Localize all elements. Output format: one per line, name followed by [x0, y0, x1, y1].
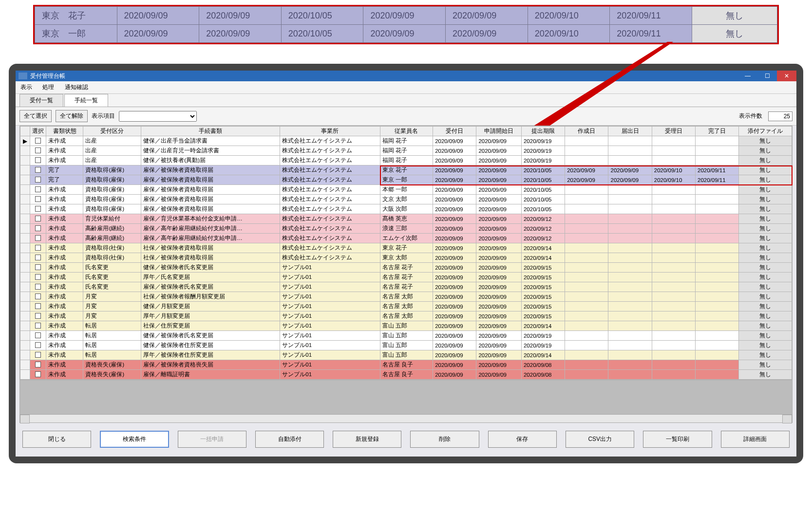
row-checkbox[interactable] [30, 360, 46, 370]
table-row[interactable]: 未作成出産健保／出産育児一時金請求書株式会社エムケイシステム福岡 花子2020/… [20, 146, 792, 156]
row-checkbox[interactable] [30, 311, 46, 321]
column-header[interactable]: 書類状態 [46, 127, 83, 136]
tab-reception-list[interactable]: 受付一覧 [19, 94, 63, 107]
column-header[interactable]: 事業所 [280, 127, 380, 136]
column-header[interactable]: 手続書類 [141, 127, 280, 136]
cmd-csv[interactable]: CSV出力 [566, 431, 634, 448]
attachment-button[interactable]: 無し [739, 146, 792, 156]
row-checkbox[interactable] [30, 136, 46, 146]
table-row[interactable]: 未作成資格取得(雇保)雇保／被保険者資格取得届株式会社エムケイシステム文京 太郎… [20, 195, 792, 204]
attachment-button[interactable]: 無し [739, 253, 792, 263]
row-checkbox[interactable] [30, 224, 46, 234]
table-row[interactable]: 未作成資格喪失(雇保)雇保／被保険者資格喪失届サンプル01名古屋 良子2020/… [20, 360, 792, 370]
column-header[interactable]: 完了日 [696, 127, 739, 136]
table-row[interactable]: ▶未作成出産健保／出産手当金請求書株式会社エムケイシステム福岡 花子2020/0… [20, 136, 792, 146]
table-row[interactable]: 未作成氏名変更健保／被保険者氏名変更届サンプル01名古屋 花子2020/09/0… [20, 263, 792, 273]
table-row[interactable]: 未作成氏名変更雇保／被保険者氏名変更届サンプル01名古屋 花子2020/09/0… [20, 282, 792, 292]
table-row[interactable]: 未作成資格取得(社保)社保／被保険者資格取得届株式会社エムケイシステム東京 花子… [20, 243, 792, 253]
cmd-auto[interactable]: 自動添付 [255, 431, 324, 448]
row-checkbox[interactable] [30, 321, 46, 331]
callout-attach-button[interactable]: 無し [692, 7, 777, 25]
table-row[interactable]: 未作成高齢雇用(継続)雇保／高年齢雇用継続給付支給申請…株式会社エムケイシステム… [20, 234, 792, 243]
row-checkbox[interactable] [30, 341, 46, 350]
attachment-button[interactable]: 無し [739, 234, 792, 243]
table-row[interactable]: 未作成出産健保／被扶養者(異動)届株式会社エムケイシステム福岡 花子2020/0… [20, 156, 792, 165]
row-checkbox[interactable] [30, 243, 46, 253]
display-items-select[interactable] [119, 111, 197, 122]
cmd-delete[interactable]: 削除 [410, 431, 479, 448]
attachment-button[interactable]: 無し [739, 175, 792, 185]
table-row[interactable]: 未作成転居健保／被保険者氏名変更届サンプル01富山 五郎2020/09/0920… [20, 331, 792, 341]
table-row[interactable]: 完了資格取得(雇保)雇保／被保険者資格取得届株式会社エムケイシステム東京 一郎2… [20, 175, 792, 185]
close-button[interactable]: ✕ [777, 71, 796, 81]
column-header[interactable]: 受付区分 [83, 127, 141, 136]
data-grid[interactable]: 選択書類状態受付区分手続書類事業所従業員名受付日申請開始日提出期限作成日届出日受… [20, 126, 792, 380]
attachment-button[interactable]: 無し [739, 331, 792, 341]
cmd-close[interactable]: 閉じる [22, 431, 91, 448]
table-row[interactable]: 未作成転居厚年／被保険者住所変更届サンプル01富山 五郎2020/09/0920… [20, 350, 792, 360]
attachment-button[interactable]: 無し [739, 302, 792, 311]
column-header[interactable]: 受付日 [433, 127, 476, 136]
row-checkbox[interactable] [30, 175, 46, 185]
attachment-button[interactable]: 無し [739, 165, 792, 175]
cmd-search[interactable]: 検索条件 [100, 431, 169, 448]
column-header[interactable]: 受理日 [652, 127, 695, 136]
attachment-button[interactable]: 無し [739, 204, 792, 214]
attachment-button[interactable]: 無し [739, 214, 792, 224]
callout-attach-button[interactable]: 無し [692, 25, 777, 43]
cmd-detail[interactable]: 詳細画面 [721, 431, 790, 448]
table-row[interactable]: 未作成資格喪失(雇保)雇保／離職証明書サンプル01名古屋 良子2020/09/0… [20, 370, 792, 380]
maximize-button[interactable]: ☐ [757, 71, 777, 81]
table-row[interactable]: 未作成月変社保／被保険者報酬月額変更届サンプル01名古屋 太郎2020/09/0… [20, 292, 792, 302]
cmd-save[interactable]: 保存 [488, 431, 557, 448]
cmd-new[interactable]: 新規登録 [333, 431, 401, 448]
column-header[interactable]: 選択 [30, 127, 46, 136]
row-checkbox[interactable] [30, 253, 46, 263]
attachment-button[interactable]: 無し [739, 370, 792, 380]
row-checkbox[interactable] [30, 146, 46, 156]
column-header[interactable] [20, 127, 30, 136]
column-header[interactable]: 届出日 [608, 127, 652, 136]
table-row[interactable]: 未作成月変厚年／月額変更届サンプル01名古屋 太郎2020/09/092020/… [20, 311, 792, 321]
attachment-button[interactable]: 無し [739, 136, 792, 146]
row-checkbox[interactable] [30, 302, 46, 311]
row-checkbox[interactable] [30, 234, 46, 243]
table-row[interactable]: 未作成転居社保／住所変更届サンプル01富山 五郎2020/09/092020/0… [20, 321, 792, 331]
attachment-button[interactable]: 無し [739, 292, 792, 302]
table-row[interactable]: 完了資格取得(雇保)雇保／被保険者資格取得届株式会社エムケイシステム東京 花子2… [20, 165, 792, 175]
attachment-button[interactable]: 無し [739, 282, 792, 292]
row-checkbox[interactable] [30, 282, 46, 292]
minimize-button[interactable]: ― [738, 71, 757, 81]
attachment-button[interactable]: 無し [739, 263, 792, 273]
row-checkbox[interactable] [30, 292, 46, 302]
table-row[interactable]: 未作成氏名変更厚年／氏名変更届サンプル01名古屋 花子2020/09/09202… [20, 273, 792, 282]
table-row[interactable]: 未作成資格取得(社保)社保／被保険者資格取得届株式会社エムケイシステム東京 太郎… [20, 253, 792, 263]
menu-process[interactable]: 処理 [42, 84, 54, 91]
clear-all-button[interactable]: 全て解除 [56, 110, 88, 122]
column-header[interactable]: 申請開始日 [476, 127, 522, 136]
select-all-button[interactable]: 全て選択 [19, 110, 52, 122]
table-row[interactable]: 未作成月変健保／月額変更届サンプル01名古屋 太郎2020/09/092020/… [20, 302, 792, 311]
attachment-button[interactable]: 無し [739, 156, 792, 165]
attachment-button[interactable]: 無し [739, 195, 792, 204]
row-checkbox[interactable] [30, 156, 46, 165]
row-checkbox[interactable] [30, 185, 46, 195]
attachment-button[interactable]: 無し [739, 341, 792, 350]
table-row[interactable]: 未作成育児休業給付雇保／育児休業基本給付金支給申請…株式会社エムケイシステム髙橋… [20, 214, 792, 224]
row-checkbox[interactable] [30, 214, 46, 224]
menu-notify[interactable]: 通知確認 [65, 84, 88, 91]
attachment-button[interactable]: 無し [739, 224, 792, 234]
row-checkbox[interactable] [30, 165, 46, 175]
column-header[interactable]: 作成日 [565, 127, 608, 136]
row-checkbox[interactable] [30, 331, 46, 341]
attachment-button[interactable]: 無し [739, 243, 792, 253]
table-row[interactable]: 未作成資格取得(雇保)雇保／被保険者資格取得届株式会社エムケイシステム大阪 次郎… [20, 204, 792, 214]
table-row[interactable]: 未作成高齢雇用(継続)雇保／高年齢雇用継続給付支給申請…株式会社エムケイシステム… [20, 224, 792, 234]
row-checkbox[interactable] [30, 195, 46, 204]
attachment-button[interactable]: 無し [739, 321, 792, 331]
attachment-button[interactable]: 無し [739, 185, 792, 195]
row-checkbox[interactable] [30, 263, 46, 273]
menu-display[interactable]: 表示 [20, 84, 32, 91]
attachment-button[interactable]: 無し [739, 360, 792, 370]
tab-procedure-list[interactable]: 手続一覧 [64, 94, 108, 107]
